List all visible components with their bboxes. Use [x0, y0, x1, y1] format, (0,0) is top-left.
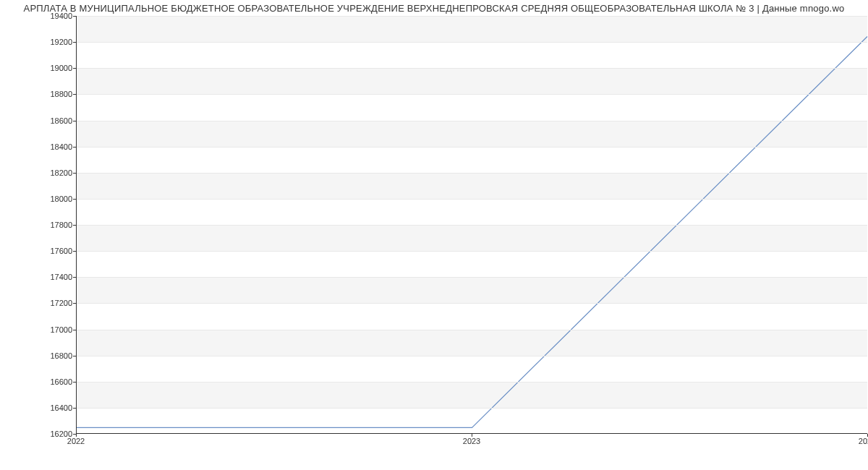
y-axis-tick-label: 19400 — [29, 12, 72, 20]
grid-line — [77, 330, 867, 330]
grid-line — [77, 16, 867, 17]
grid-line — [77, 251, 867, 252]
grid-line — [77, 408, 867, 409]
y-axis-tick-label: 18200 — [29, 168, 72, 177]
y-axis-tick-label: 17400 — [29, 273, 72, 281]
y-axis-tick — [73, 42, 76, 43]
y-axis-tick-label: 17600 — [29, 247, 72, 255]
y-axis-tick-label: 19200 — [29, 38, 72, 46]
y-axis-tick — [73, 303, 76, 304]
y-axis-tick — [73, 382, 76, 383]
y-axis-tick-label: 17200 — [29, 299, 72, 307]
y-axis-tick — [73, 277, 76, 278]
y-axis-tick-label: 17000 — [29, 325, 72, 334]
y-axis-tick — [73, 408, 76, 409]
y-axis-tick — [73, 225, 76, 226]
grid-line — [77, 121, 867, 121]
x-axis-tick-label: 2023 — [463, 437, 480, 445]
grid-line — [77, 173, 867, 174]
x-axis-tick-label: 2022 — [67, 437, 85, 445]
y-axis-tick — [73, 121, 76, 121]
grid-line — [77, 277, 867, 278]
grid-line — [77, 382, 867, 383]
grid-line — [77, 225, 867, 226]
y-axis-tick-label: 16800 — [29, 351, 72, 360]
y-axis-tick-label: 17800 — [29, 221, 72, 229]
grid-line — [77, 42, 867, 43]
grid-line — [77, 356, 867, 356]
x-axis-tick-label: 2024 — [859, 437, 868, 445]
x-axis-tick — [76, 434, 77, 437]
grid-line — [77, 94, 867, 95]
y-axis-tick — [73, 68, 76, 69]
y-axis-tick — [73, 330, 76, 330]
y-axis-tick-label: 18000 — [29, 195, 72, 203]
y-axis-tick — [73, 147, 76, 148]
plot-area — [76, 16, 867, 434]
grid-line — [77, 303, 867, 304]
y-axis-tick — [73, 199, 76, 200]
y-axis-tick-label: 16200 — [29, 430, 72, 438]
y-axis-tick — [73, 251, 76, 252]
y-axis-tick-label: 18800 — [29, 90, 72, 98]
x-axis-tick — [472, 434, 472, 437]
y-axis-tick — [73, 16, 76, 17]
y-axis-tick-label: 16600 — [29, 377, 72, 386]
grid-line — [77, 68, 867, 69]
y-axis-tick-label: 16400 — [29, 403, 72, 412]
y-axis-tick-label: 18400 — [29, 142, 72, 151]
y-axis-tick — [73, 173, 76, 174]
chart-title: АРПЛАТА В МУНИЦИПАЛЬНОЕ БЮДЖЕТНОЕ ОБРАЗО… — [0, 0, 868, 15]
y-axis-tick — [73, 94, 76, 95]
y-axis-tick — [73, 356, 76, 356]
y-axis-tick-label: 19000 — [29, 64, 72, 72]
y-axis-tick-label: 18600 — [29, 116, 72, 125]
grid-line — [77, 147, 867, 148]
grid-line — [77, 199, 867, 200]
chart-container: АРПЛАТА В МУНИЦИПАЛЬНОЕ БЮДЖЕТНОЕ ОБРАЗО… — [0, 0, 868, 470]
